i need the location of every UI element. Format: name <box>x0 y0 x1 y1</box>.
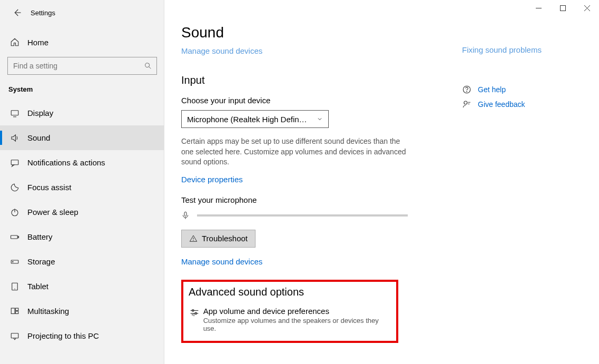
minimize-icon <box>536 5 542 11</box>
help-icon <box>462 85 478 94</box>
test-mic-label: Test your microphone <box>181 195 450 204</box>
svg-rect-22 <box>184 212 186 216</box>
svg-rect-19 <box>560 5 565 11</box>
nav-label: Sound <box>27 133 50 142</box>
svg-point-32 <box>464 101 467 104</box>
power-icon <box>8 208 21 217</box>
nav-label: Power & sleep <box>27 208 78 217</box>
multitask-icon <box>8 307 21 316</box>
nav-list: Display Sound Notifications & actions Fo… <box>0 101 164 348</box>
svg-rect-3 <box>11 110 18 115</box>
right-column: Fixing sound problems Get help Give feed… <box>462 45 588 109</box>
chat-icon <box>8 158 21 168</box>
nav-notifications[interactable]: Notifications & actions <box>0 150 164 175</box>
sliders-icon <box>189 308 203 332</box>
advanced-heading: Advanced sound options <box>189 286 391 298</box>
chevron-down-icon <box>317 116 323 122</box>
nav-multitasking[interactable]: Multitasking <box>0 299 164 323</box>
feedback-icon <box>462 100 478 109</box>
speaker-icon <box>8 133 21 143</box>
main-column: Manage sound devices Input Choose your i… <box>181 45 450 343</box>
nav-label: Multitasking <box>27 307 69 316</box>
svg-line-2 <box>149 67 151 69</box>
nav-battery[interactable]: Battery <box>0 224 164 249</box>
svg-rect-14 <box>11 308 15 314</box>
get-help-link[interactable]: Get help <box>478 85 506 94</box>
svg-rect-9 <box>18 236 19 238</box>
minimize-button[interactable] <box>526 0 551 16</box>
nav-display[interactable]: Display <box>0 101 164 125</box>
input-heading: Input <box>181 74 450 86</box>
search-input[interactable] <box>8 62 156 70</box>
search-wrap <box>0 53 164 75</box>
arrow-left-icon <box>12 8 22 17</box>
home-icon <box>8 37 21 47</box>
nav-projecting[interactable]: Projecting to this PC <box>0 323 164 348</box>
category-label: System <box>0 75 164 97</box>
mic-test-row <box>181 210 450 221</box>
advanced-highlight-box: Advanced sound options App volume and de… <box>181 280 398 343</box>
nav-home[interactable]: Home <box>0 32 164 53</box>
moon-icon <box>8 183 21 192</box>
maximize-icon <box>560 5 566 11</box>
nav-label: Focus assist <box>27 183 71 192</box>
adv-item-title: App volume and device preferences <box>203 307 391 316</box>
main-area: Sound Manage sound devices Input Choose … <box>164 0 599 364</box>
nav-label: Projecting to this PC <box>27 331 99 340</box>
battery-icon <box>8 232 21 242</box>
nav-label: Tablet <box>27 282 48 291</box>
warning-icon <box>189 234 198 243</box>
app-title: Settings <box>31 9 55 17</box>
maximize-button[interactable] <box>551 0 575 16</box>
svg-rect-15 <box>16 308 18 311</box>
topbar: Settings <box>0 0 164 25</box>
feedback-link[interactable]: Give feedback <box>478 100 525 109</box>
search-icon <box>144 62 152 70</box>
project-icon <box>8 331 21 341</box>
nav-label: Battery <box>27 232 53 241</box>
nav-label: Display <box>27 109 53 117</box>
monitor-icon <box>8 109 21 118</box>
svg-rect-5 <box>11 160 18 164</box>
sidebar: Settings Home System Display Sound Notif… <box>0 0 164 364</box>
nav-focus-assist[interactable]: Focus assist <box>0 175 164 200</box>
svg-point-31 <box>467 91 467 92</box>
feedback-row[interactable]: Give feedback <box>462 100 588 109</box>
manage-devices-top-link[interactable]: Manage sound devices <box>181 46 262 55</box>
storage-icon <box>8 257 21 267</box>
nav-label: Storage <box>27 257 55 266</box>
svg-rect-16 <box>16 311 18 314</box>
input-device-value: Microphone (Realtek High Definitio... <box>187 115 308 124</box>
input-device-dropdown[interactable]: Microphone (Realtek High Definitio... <box>181 110 329 128</box>
manage-devices-link[interactable]: Manage sound devices <box>181 257 262 266</box>
nav-tablet[interactable]: Tablet <box>0 274 164 299</box>
nav-power-sleep[interactable]: Power & sleep <box>0 200 164 224</box>
svg-point-1 <box>145 63 150 67</box>
svg-rect-8 <box>11 235 18 239</box>
svg-point-11 <box>13 261 14 262</box>
get-help-row[interactable]: Get help <box>462 85 588 94</box>
app-volume-item[interactable]: App volume and device preferences Custom… <box>189 307 391 332</box>
home-label: Home <box>27 38 48 47</box>
back-button[interactable] <box>6 2 27 23</box>
nav-label: Notifications & actions <box>27 158 105 167</box>
svg-rect-17 <box>11 333 18 338</box>
microphone-icon <box>181 210 190 221</box>
mic-level-bar <box>197 214 408 217</box>
svg-point-25 <box>193 240 194 241</box>
fix-sound-link[interactable]: Fixing sound problems <box>462 45 542 54</box>
tablet-icon <box>8 282 21 291</box>
device-properties-link[interactable]: Device properties <box>181 175 243 184</box>
troubleshoot-label: Troubleshoot <box>202 234 248 243</box>
close-button[interactable] <box>575 0 599 16</box>
nav-storage[interactable]: Storage <box>0 249 164 274</box>
input-description: Certain apps may be set up to use differ… <box>181 136 413 168</box>
window-controls <box>526 0 599 16</box>
choose-input-label: Choose your input device <box>181 96 450 105</box>
troubleshoot-button[interactable]: Troubleshoot <box>181 230 256 248</box>
search-box[interactable] <box>7 57 157 75</box>
adv-item-desc: Customize app volumes and the speakers o… <box>203 317 391 332</box>
content-scroll: Manage sound devices Input Choose your i… <box>164 45 599 364</box>
nav-sound[interactable]: Sound <box>0 125 164 150</box>
close-icon <box>584 5 590 11</box>
